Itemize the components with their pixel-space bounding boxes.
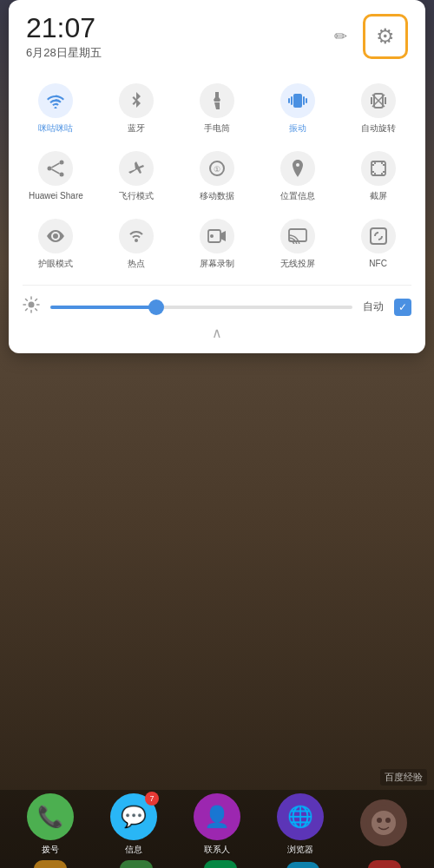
nfc-label: NFC (369, 259, 387, 269)
time-block: 21:07 6月28日星期五 (26, 14, 102, 61)
location-label: 位置信息 (280, 191, 315, 201)
contacts-label: 联系人 (204, 844, 230, 856)
svg-point-8 (135, 239, 138, 242)
phone-label: 拨号 (42, 844, 59, 856)
svg-rect-7 (372, 161, 385, 175)
toggle-huaweishare[interactable]: Huawei Share (16, 142, 96, 210)
bluetooth-label: 蓝牙 (128, 123, 145, 134)
chevron-row: ∧ (9, 321, 425, 343)
divider (23, 285, 411, 286)
settings-button[interactable]: ⚙ (363, 14, 408, 59)
panel-header: 21:07 6月28日星期五 ✏ ⚙ (9, 0, 425, 68)
flashlight-label: 手电筒 (204, 123, 230, 134)
messages-badge: 7 (145, 792, 159, 806)
toggle-flashlight[interactable]: 手电筒 (177, 75, 258, 142)
svg-point-13 (29, 302, 35, 308)
screenshot-icon (361, 151, 396, 186)
huaweishare-label: Huawei Share (29, 191, 83, 201)
vibrate-label: 振动 (289, 123, 306, 134)
misc-icon (360, 799, 407, 846)
eyecare-icon (38, 219, 73, 253)
clock-display: 21:07 (26, 14, 102, 42)
edit-button[interactable]: ✏ (325, 21, 356, 52)
wifi-icon (38, 83, 73, 118)
bluetooth-icon (119, 83, 154, 118)
svg-point-23 (385, 818, 391, 823)
baidu-watermark: 百度经验 (380, 769, 427, 786)
dock-misc[interactable] (360, 799, 407, 850)
brightness-fill (50, 306, 156, 309)
toggle-eyecare[interactable]: 护眼模式 (16, 210, 96, 278)
chevron-icon[interactable]: ∧ (212, 325, 222, 341)
airplane-icon (119, 151, 154, 186)
toggle-bluetooth[interactable]: 蓝牙 (96, 75, 177, 142)
phone-icon: 📞 (27, 793, 74, 840)
svg-point-10 (210, 234, 214, 238)
mobiledata-label: 移动数据 (200, 191, 234, 201)
svg-rect-12 (371, 228, 386, 244)
toggle-wifi[interactable]: 咪咕咪咕 (16, 75, 96, 142)
svg-point-4 (60, 173, 64, 177)
svg-text:①: ① (214, 165, 220, 174)
flashlight-icon (200, 83, 234, 118)
screenrecord-label: 屏幕录制 (200, 259, 234, 269)
svg-point-22 (377, 818, 382, 823)
toggle-rotate[interactable]: 自动旋转 (338, 75, 418, 142)
auto-brightness-checkbox[interactable]: ✓ (394, 299, 411, 316)
screenshot-label: 截屏 (370, 191, 387, 201)
rotate-label: 自动旋转 (361, 123, 396, 134)
svg-point-2 (48, 167, 52, 171)
header-icons: ✏ ⚙ (325, 14, 408, 59)
eyecare-label: 护眼模式 (38, 259, 73, 269)
screenrecord-icon (200, 219, 234, 253)
quick-settings-panel: 21:07 6月28日星期五 ✏ ⚙ 咪咕咪咕 蓝牙 手电筒 (9, 0, 425, 353)
brightness-row: 自动 ✓ (9, 293, 425, 321)
mobiledata-icon: ① (200, 151, 234, 186)
messages-icon: 💬 7 (110, 793, 157, 840)
airplane-label: 飞行模式 (119, 191, 154, 201)
vibrate-icon (280, 83, 315, 118)
brightness-icon (23, 296, 40, 318)
date-display: 6月28日星期五 (26, 45, 102, 61)
toggle-nfc[interactable]: NFC (338, 210, 418, 278)
toggle-grid: 咪咕咪咕 蓝牙 手电筒 振动 自动旋转 (9, 68, 425, 278)
dock-browser[interactable]: 🌐 浏览器 (277, 793, 324, 856)
svg-point-21 (372, 811, 396, 835)
toggle-vibrate[interactable]: 振动 (257, 75, 338, 142)
svg-point-3 (60, 161, 64, 165)
dock-contacts[interactable]: 👤 联系人 (194, 793, 240, 856)
auto-brightness-label: 自动 (363, 299, 384, 314)
bottom-dock: 📞 拨号 💬 7 信息 👤 联系人 🌐 浏览器 (0, 790, 434, 868)
cast-icon (280, 219, 315, 253)
toggle-cast[interactable]: 无线投屏 (257, 210, 338, 278)
location-icon (280, 151, 315, 186)
toggle-screenshot[interactable]: 截屏 (338, 142, 418, 210)
toggle-mobiledata[interactable]: ① 移动数据 (177, 142, 258, 210)
cast-label: 无线投屏 (280, 259, 315, 269)
hotspot-icon (119, 219, 154, 253)
toggle-airplane[interactable]: 飞行模式 (96, 142, 177, 210)
huaweishare-icon (38, 151, 73, 186)
messages-label: 信息 (125, 844, 142, 856)
contacts-icon: 👤 (194, 793, 240, 840)
nfc-icon (361, 219, 396, 253)
toggle-hotspot[interactable]: 热点 (96, 210, 177, 278)
browser-label: 浏览器 (287, 844, 313, 856)
browser-icon: 🌐 (277, 793, 324, 840)
toggle-screenrecord[interactable]: 屏幕录制 (177, 210, 258, 278)
toggle-location[interactable]: 位置信息 (257, 142, 338, 210)
brightness-slider[interactable] (50, 306, 352, 309)
hotspot-label: 热点 (128, 259, 145, 269)
svg-rect-0 (293, 94, 302, 108)
dock-messages[interactable]: 💬 7 信息 (110, 793, 157, 856)
wifi-label: 咪咕咪咕 (38, 123, 73, 134)
brightness-thumb[interactable] (148, 299, 164, 315)
rotate-icon (361, 83, 396, 118)
dock-phone[interactable]: 📞 拨号 (27, 793, 74, 856)
